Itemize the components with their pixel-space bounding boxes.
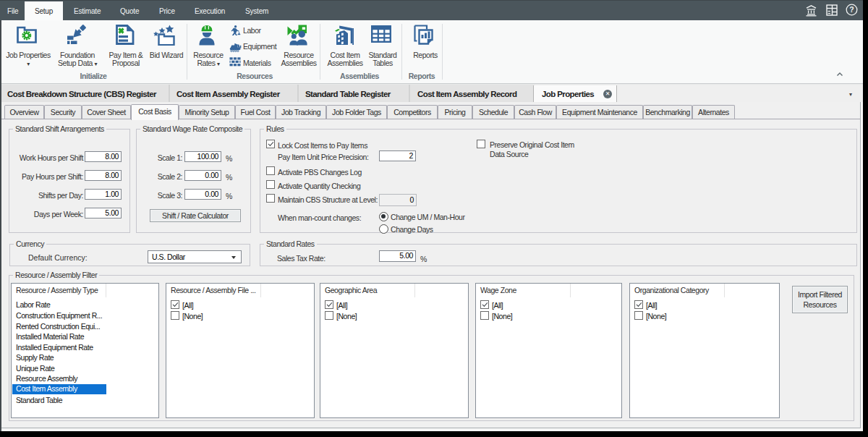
svg-text:?: ?	[849, 5, 854, 14]
